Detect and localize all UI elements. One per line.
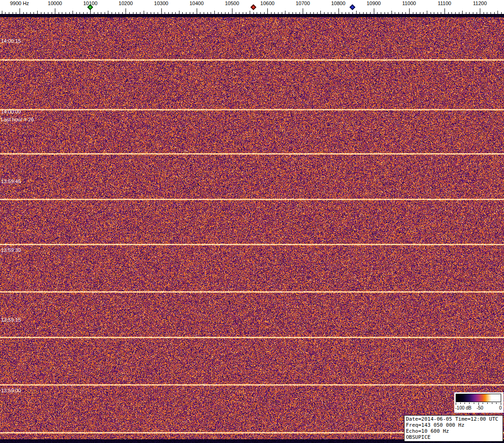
ruler-tick bbox=[126, 8, 126, 14]
ruler-tick bbox=[352, 12, 353, 14]
colorbar-tick bbox=[474, 403, 474, 404]
ruler-tick bbox=[133, 12, 133, 14]
ruler-tick bbox=[455, 12, 456, 14]
ruler-tick bbox=[2, 11, 2, 14]
ruler-tick bbox=[264, 12, 265, 14]
ruler-tick bbox=[112, 12, 112, 14]
ruler-tick bbox=[108, 11, 108, 14]
ruler-tick bbox=[473, 12, 473, 14]
ruler-tick bbox=[409, 8, 410, 14]
ruler-tick bbox=[405, 12, 406, 14]
ruler-label-9900: 9900 Hz bbox=[10, 0, 29, 6]
ruler-tick bbox=[487, 12, 487, 14]
ruler-tick bbox=[55, 8, 55, 14]
colorbar-tick bbox=[487, 403, 488, 404]
ruler-label-10500: 10500 bbox=[225, 0, 239, 6]
ruler-tick bbox=[250, 11, 250, 14]
ruler-tick bbox=[236, 12, 236, 14]
ruler-tick bbox=[501, 12, 502, 14]
ruler-label-11200: 11200 bbox=[473, 0, 487, 6]
ruler-tick bbox=[260, 12, 261, 14]
ruler-tick bbox=[413, 12, 413, 14]
ruler-tick bbox=[48, 12, 48, 14]
ruler-tick bbox=[44, 12, 45, 14]
ruler-tick bbox=[186, 12, 186, 14]
colorbar-max-label: 0 bbox=[499, 405, 502, 410]
frequency-ruler[interactable]: 9900 Hz100001010010200103001040010500106… bbox=[0, 0, 504, 14]
ruler-tick bbox=[200, 12, 200, 14]
colorbar-min-label: -100 dB bbox=[455, 405, 471, 410]
ruler-tick bbox=[427, 11, 427, 14]
ruler-tick bbox=[37, 11, 38, 14]
ruler-tick bbox=[477, 12, 477, 14]
colorbar-mid-label: -50 bbox=[477, 405, 483, 410]
ruler-tick bbox=[147, 12, 147, 14]
ruler-tick bbox=[391, 11, 392, 14]
ruler-tick bbox=[395, 12, 395, 14]
ruler-tick bbox=[168, 12, 169, 14]
ruler-tick bbox=[451, 12, 452, 14]
ruler-tick bbox=[62, 12, 62, 14]
ruler-tick bbox=[197, 8, 197, 14]
info-box: Date=2014-06-05 Time=12:00 UTC Freq=143 … bbox=[404, 415, 503, 442]
ruler-tick bbox=[105, 12, 105, 14]
ruler-tick bbox=[462, 11, 463, 14]
ruler-tick bbox=[296, 12, 296, 14]
ruler-tick bbox=[211, 12, 211, 14]
spectrogram-canvas[interactable] bbox=[0, 14, 504, 443]
colorbar-tick bbox=[469, 403, 470, 404]
ruler-tick bbox=[165, 12, 165, 14]
ruler-label-10400: 10400 bbox=[190, 0, 204, 6]
ruler-tick bbox=[359, 12, 360, 14]
ruler-tick bbox=[204, 12, 204, 14]
ruler-tick bbox=[20, 8, 20, 14]
red-marker-diamond-icon[interactable] bbox=[250, 4, 256, 10]
spectrogram-app: 9900 Hz100001010010200103001040010500106… bbox=[0, 0, 504, 443]
ruler-tick bbox=[438, 12, 438, 14]
ruler-tick bbox=[459, 12, 459, 14]
ruler-tick bbox=[41, 12, 41, 14]
ruler-label-10900: 10900 bbox=[366, 0, 381, 6]
ruler-tick bbox=[175, 12, 176, 14]
ruler-tick bbox=[246, 12, 246, 14]
colorbar-legend: -100 dB -50 0 bbox=[454, 392, 504, 413]
ruler-tick bbox=[381, 12, 381, 14]
ruler-tick bbox=[342, 12, 342, 14]
ruler-tick bbox=[161, 8, 162, 14]
ruler-tick bbox=[119, 12, 119, 14]
ruler-tick bbox=[66, 12, 66, 14]
ruler-tick bbox=[98, 12, 98, 14]
ruler-tick bbox=[434, 12, 434, 14]
ruler-tick bbox=[154, 12, 154, 14]
ruler-tick bbox=[271, 12, 272, 14]
ruler-tick bbox=[303, 8, 303, 14]
ruler-tick bbox=[289, 12, 289, 14]
ruler-tick bbox=[13, 12, 13, 14]
ruler-tick bbox=[129, 12, 130, 14]
ruler-tick bbox=[207, 12, 208, 14]
ruler-tick bbox=[448, 12, 449, 14]
ruler-tick bbox=[345, 12, 346, 14]
ruler-tick bbox=[466, 12, 466, 14]
ruler-tick bbox=[52, 12, 52, 14]
ruler-tick bbox=[431, 12, 431, 14]
ruler-tick bbox=[69, 12, 70, 14]
ruler-tick bbox=[324, 12, 325, 14]
ruler-tick bbox=[267, 8, 268, 14]
ruler-tick bbox=[151, 12, 151, 14]
ruler-label-11100: 11100 bbox=[438, 0, 451, 6]
ruler-tick bbox=[122, 12, 123, 14]
ruler-tick bbox=[94, 12, 94, 14]
info-station: OBSUPICE bbox=[406, 434, 501, 440]
info-frequency: Freq=143 050 000 Hz bbox=[406, 422, 501, 428]
ruler-tick bbox=[101, 12, 101, 14]
ruler-tick bbox=[76, 12, 77, 14]
ruler-tick bbox=[331, 12, 332, 14]
ruler-tick bbox=[218, 12, 219, 14]
ruler-tick bbox=[9, 12, 9, 14]
ruler-tick bbox=[480, 8, 480, 14]
blue-marker-diamond-icon[interactable] bbox=[350, 4, 356, 10]
ruler-tick bbox=[320, 11, 321, 14]
ruler-tick bbox=[356, 11, 357, 14]
ruler-tick bbox=[5, 12, 6, 14]
